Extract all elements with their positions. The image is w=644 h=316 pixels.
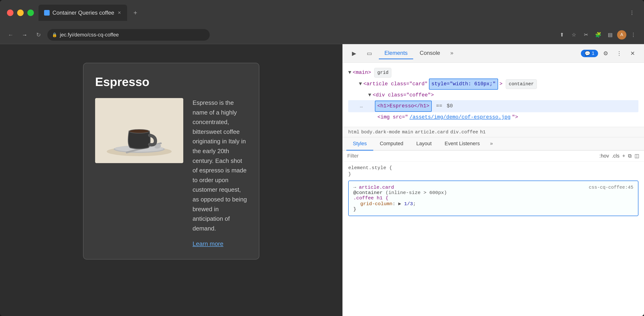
coffee-text-area: Espresso is the name of a highly concent… — [192, 98, 247, 247]
active-tab[interactable]: Container Queries coffee ✕ — [38, 5, 127, 21]
breadcrumb-article[interactable]: article.card — [415, 129, 448, 135]
browser-window: Container Queries coffee ✕ + ⋮ ← → ↻ 🔒 j… — [0, 0, 644, 316]
tab-event-listeners[interactable]: Event Listeners — [438, 137, 486, 150]
browser-content: Espresso — [0, 44, 644, 316]
lock-icon: 🔒 — [52, 32, 57, 37]
devtools-toolbar-right: 💬1 ⚙ ⋮ ✕ — [581, 48, 638, 59]
css-source-link[interactable]: css-cq-coffee:45 — [589, 185, 633, 190]
dom-div-line[interactable]: ▼ <div class="coffee"> — [348, 90, 638, 100]
css-grid-column-line: grid-column: ▶ 1/3; — [353, 201, 633, 207]
cls-toggle[interactable]: .cls — [612, 153, 620, 159]
dom-article-line[interactable]: ▼ <article class="card" style="width: 61… — [348, 78, 638, 90]
extensions-icon[interactable]: 🧩 — [593, 30, 603, 40]
dom-main-badge: grid — [374, 68, 391, 78]
traffic-light-green[interactable] — [27, 10, 34, 16]
coffee-card-title: Espresso — [95, 75, 247, 89]
breadcrumb-div[interactable]: div.coffee — [450, 129, 478, 135]
breadcrumb-h1[interactable]: h1 — [480, 129, 486, 135]
coffee-description: Espresso is the name of a highly concent… — [192, 98, 247, 233]
breadcrumb-html[interactable]: html — [348, 129, 359, 135]
tab-close-button[interactable]: ✕ — [117, 11, 122, 15]
dom-h1-line[interactable]: … <h1>Espresso</h1> == $0 — [348, 100, 638, 112]
close-devtools-icon[interactable]: ✕ — [627, 48, 638, 59]
copy-styles-icon[interactable]: ⧉ — [628, 153, 632, 159]
coffee-image — [95, 98, 183, 163]
avatar[interactable]: A — [617, 30, 626, 40]
styles-tabs: Styles Computed Layout Event Listeners » — [343, 137, 644, 150]
filter-right: :hov .cls + ⧉ ◫ — [600, 153, 639, 159]
more-options-icon[interactable]: ⋮ — [628, 30, 638, 40]
css-property-grid-column: grid-column — [360, 201, 392, 207]
dom-img-close: "> — [512, 113, 518, 122]
inspect-element-icon[interactable]: ▶ — [348, 48, 360, 59]
cut-icon[interactable]: ✂ — [581, 30, 591, 40]
back-button[interactable]: ← — [6, 30, 16, 40]
page-viewport: Espresso — [0, 44, 342, 316]
css-arrow-icon: → — [353, 185, 359, 190]
element-style-rule: element.style { } — [348, 165, 638, 177]
tab-favicon — [44, 10, 50, 16]
tab-styles[interactable]: Styles — [346, 137, 373, 150]
devtools-panel: ▶ ▭ Elements Console » 💬1 ⚙ ⋮ ✕ — [342, 44, 644, 316]
tab-elements[interactable]: Elements — [379, 47, 413, 59]
share-icon[interactable]: ⬆ — [557, 30, 567, 40]
url-text: jec.fyi/demo/css-cq-coffee — [60, 32, 119, 38]
dom-main-line[interactable]: ▼ <main> grid — [348, 67, 638, 78]
new-tab-button[interactable]: + — [130, 7, 141, 19]
dom-dollar: $0 — [444, 102, 453, 111]
traffic-light-red[interactable] — [7, 10, 14, 16]
dom-img-src[interactable]: /assets/img/demo/cof-espresso.jpg — [410, 113, 510, 122]
tab-more[interactable]: » — [446, 47, 457, 59]
hov-toggle[interactable]: :hov — [600, 153, 609, 159]
device-toolbar-icon[interactable]: ▭ — [364, 48, 375, 59]
css-close-brace: } — [353, 207, 356, 212]
tab-computed[interactable]: Computed — [373, 137, 410, 150]
settings-icon[interactable]: ⚙ — [600, 48, 612, 59]
css-container-selector[interactable]: article.card — [359, 185, 394, 190]
dom-article-tag: <article class="card" — [363, 79, 428, 89]
dom-article-badge: container — [506, 79, 537, 89]
coffee-card-body: Espresso is the name of a highly concent… — [95, 98, 247, 247]
add-style-icon[interactable]: + — [622, 153, 625, 159]
tab-console[interactable]: Console — [414, 47, 446, 59]
breadcrumb-main[interactable]: main — [402, 129, 413, 135]
coffee-card: Espresso — [83, 63, 259, 260]
layout-toggle-icon[interactable]: ◫ — [634, 153, 639, 159]
element-style-header: element.style { — [348, 165, 638, 171]
traffic-lights — [7, 10, 34, 16]
filter-input[interactable] — [347, 153, 597, 159]
traffic-light-yellow[interactable] — [17, 10, 24, 16]
css-container-query-line: @container (inline-size > 600px) — [353, 190, 633, 195]
dom-tree: ▼ <main> grid ▼ <article class="card" st… — [343, 63, 644, 127]
console-badge[interactable]: 💬1 — [581, 50, 598, 57]
tab-layout[interactable]: Layout — [410, 137, 438, 150]
tab-styles-more[interactable]: » — [486, 137, 496, 150]
forward-button[interactable]: → — [20, 30, 30, 40]
dom-main-tag: <main> — [352, 68, 371, 77]
css-coffee-h1-selector: .coffee h1 { — [353, 195, 633, 201]
dom-equals: == — [433, 102, 442, 111]
devtools-more-icon[interactable]: ⋮ — [614, 48, 625, 59]
css-prop-arrow[interactable]: ▶ — [398, 201, 404, 207]
bookmark-icon[interactable]: ☆ — [569, 30, 579, 40]
reload-button[interactable]: ↻ — [34, 30, 44, 40]
browser-menu-icon[interactable]: ⋮ — [627, 8, 637, 18]
devtools-tabs: Elements Console » — [379, 47, 577, 59]
breadcrumb-bar: html body.dark-mode main article.card di… — [343, 127, 644, 137]
dom-article-close: > — [500, 79, 502, 89]
address-bar[interactable]: 🔒 jec.fyi/demo/css-cq-coffee — [47, 29, 210, 41]
styles-content: element.style { } → article.card css-cq-… — [343, 162, 644, 316]
learn-more-link[interactable]: Learn more — [192, 240, 247, 247]
breadcrumb-body[interactable]: body.dark-mode — [361, 129, 400, 135]
sidebar-icon[interactable]: ▤ — [605, 30, 615, 40]
toolbar: ← → ↻ 🔒 jec.fyi/demo/css-cq-coffee ⬆ ☆ ✂… — [0, 26, 644, 44]
css-value-grid-column: 1/3 — [404, 201, 413, 207]
container-query-rule: → article.card css-cq-coffee:45 @contain… — [348, 181, 638, 216]
styles-filter: :hov .cls + ⧉ ◫ — [343, 150, 644, 162]
css-inner-selector: .coffee h1 { — [353, 195, 388, 201]
dom-img-open: <img src=" — [378, 113, 408, 122]
toolbar-right: ⬆ ☆ ✂ 🧩 ▤ A ⋮ — [557, 30, 638, 40]
css-at-container: @container — [353, 190, 386, 195]
devtools-toolbar: ▶ ▭ Elements Console » 💬1 ⚙ ⋮ ✕ — [343, 44, 644, 63]
dom-img-line[interactable]: <img src="/assets/img/demo/cof-espresso.… — [348, 112, 638, 122]
